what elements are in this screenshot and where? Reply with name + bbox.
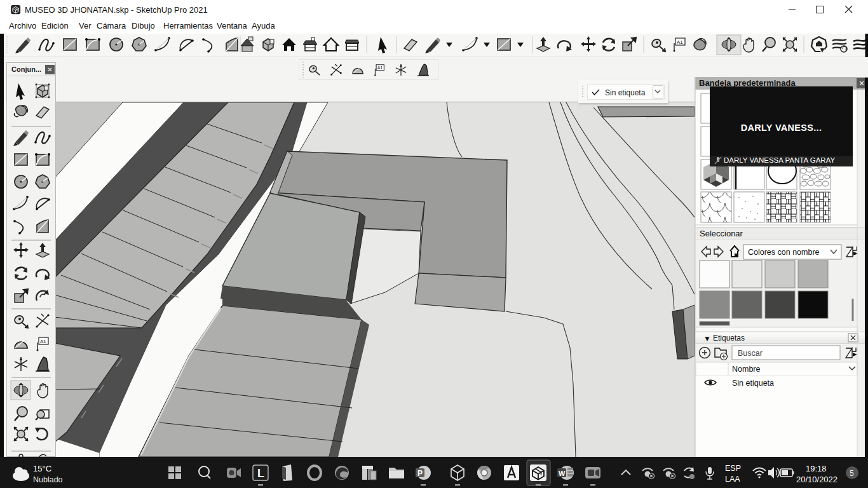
svg-text:5: 5 <box>850 469 854 478</box>
svg-text:ESP: ESP <box>725 464 741 473</box>
svg-text:A1: A1 <box>377 65 383 70</box>
svg-text:P: P <box>417 469 423 478</box>
svg-text:Sin etiqueta: Sin etiqueta <box>732 379 774 388</box>
svg-text:19:18: 19:18 <box>806 464 827 473</box>
svg-text:20/10/2022: 20/10/2022 <box>796 475 837 484</box>
svg-text:LAA: LAA <box>725 475 740 484</box>
svg-text:W: W <box>559 470 566 477</box>
svg-text:Nombre: Nombre <box>732 365 761 374</box>
svg-text:L: L <box>257 467 264 480</box>
svg-text:Colores con nombre: Colores con nombre <box>748 248 820 257</box>
svg-text:15°C: 15°C <box>33 464 51 473</box>
svg-text:Nublado: Nublado <box>33 475 63 484</box>
svg-text:Buscar: Buscar <box>738 349 763 358</box>
